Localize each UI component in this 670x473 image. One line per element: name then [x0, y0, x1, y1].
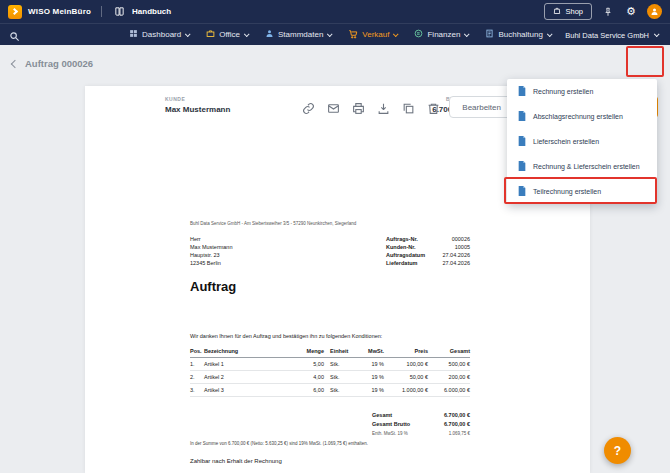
- vat-value: 1.069,75 €: [449, 431, 470, 436]
- intro-text: Wir danken Ihnen für den Auftrag und bes…: [190, 333, 382, 339]
- pin-icon[interactable]: [601, 5, 615, 19]
- download-icon[interactable]: [376, 101, 390, 115]
- page-title: Auftrag 000026: [25, 58, 93, 69]
- meta-value: 27.04.2026: [442, 259, 470, 267]
- chevron-down-icon: [393, 31, 399, 37]
- positions-table: Pos. Bezeichnung Menge Einheit MwSt. Pre…: [190, 345, 470, 397]
- vat-label: Enth. MwSt. 19 %: [372, 431, 408, 436]
- document-preview: Buhl Data Service GmbH - Am Siebertsweih…: [190, 221, 470, 473]
- document-icon: [518, 161, 526, 172]
- gear-icon[interactable]: ⚙: [624, 5, 638, 19]
- shop-label: Shop: [565, 7, 583, 16]
- document-icon: [518, 111, 526, 122]
- nav-item-office[interactable]: Office: [206, 29, 248, 40]
- document-toolbar: [301, 101, 440, 115]
- table-header-row: Pos. Bezeichnung Menge Einheit MwSt. Pre…: [190, 345, 470, 358]
- col-header: Menge: [286, 348, 324, 354]
- menu-item-teilrechnung[interactable]: Teilrechnung erstellen: [507, 179, 657, 204]
- briefcase-icon: [206, 29, 215, 40]
- chevron-down-icon: [327, 31, 333, 37]
- summary-customer: KUNDE Max Mustermann: [165, 96, 230, 114]
- shop-button[interactable]: Shop: [544, 3, 592, 20]
- link-icon[interactable]: [301, 101, 315, 115]
- topbar: WISO MeinBüro Handbuch Shop ⚙: [0, 0, 670, 23]
- menu-item-label: Teilrechnung erstellen: [533, 188, 601, 195]
- address-line: 12345 Berlin: [190, 259, 233, 267]
- chevron-down-icon: [244, 31, 250, 37]
- meta-value: 000026: [452, 235, 470, 243]
- document-icon: [518, 186, 526, 197]
- menu-item-abschlagsrechnung[interactable]: Abschlagsrechnung erstellen: [507, 104, 657, 129]
- copy-icon[interactable]: [401, 101, 415, 115]
- euro-icon: [414, 29, 423, 40]
- meta-label: Auftrags-Nr.: [386, 235, 418, 243]
- cart-icon: [348, 29, 358, 41]
- edit-button[interactable]: Bearbeiten: [449, 96, 514, 118]
- ledger-icon: [485, 29, 494, 40]
- col-header: MwSt.: [350, 348, 384, 354]
- search-icon[interactable]: [9, 28, 20, 46]
- col-header: Bezeichnung: [204, 348, 286, 354]
- nav-item-buchhaltung[interactable]: Buchhaltung: [485, 29, 550, 40]
- nav-item-dashboard[interactable]: Dashboard: [129, 29, 189, 40]
- table-row: 2. Artikel 2 4,00 Stk. 19 % 50,00 € 200,…: [190, 371, 470, 384]
- avatar[interactable]: [647, 4, 662, 19]
- divider: [101, 6, 102, 17]
- help-button[interactable]: ?: [604, 437, 631, 464]
- back-chevron-icon[interactable]: [11, 59, 19, 67]
- topbar-left: WISO MeinBüro Handbuch: [8, 5, 171, 19]
- nav-item-verkauf[interactable]: Verkauf: [348, 29, 397, 41]
- nav-label: Buchhaltung: [498, 30, 542, 39]
- total-label: Gesamt: [372, 411, 392, 420]
- nav-label: Verkauf: [362, 30, 389, 39]
- recipient-address: Herr Max Mustermann Hauptstr. 23 12345 B…: [190, 235, 233, 267]
- dashboard-grid-icon: [129, 29, 138, 40]
- topbar-right: Shop ⚙: [544, 3, 662, 20]
- print-icon[interactable]: [351, 101, 365, 115]
- nav-item-finanzen[interactable]: Finanzen: [414, 29, 468, 40]
- table-row: 1. Artikel 1 5,00 Stk. 19 % 100,00 € 500…: [190, 358, 470, 371]
- col-header: Pos.: [190, 348, 204, 354]
- meta-value: 10005: [455, 243, 470, 251]
- total-value: 6.700,00 €: [444, 420, 470, 429]
- customer-label: KUNDE: [165, 96, 230, 102]
- mail-icon[interactable]: [326, 101, 340, 115]
- meta-label: Auftragsdatum: [386, 251, 425, 259]
- chevron-down-icon: [464, 31, 470, 37]
- company-name: Buhl Data Service GmbH: [565, 31, 649, 40]
- payment-note: Zahlbar nach Erhalt der Rechnung: [190, 458, 282, 464]
- document-icon: [518, 136, 526, 147]
- menu-item-label: Rechnung & Lieferschein erstellen: [533, 163, 640, 170]
- company-selector[interactable]: Buhl Data Service GmbH: [565, 24, 658, 46]
- document-icon: [518, 86, 526, 97]
- total-value: 6.700,00 €: [444, 411, 470, 420]
- menu-item-rechnung-lieferschein[interactable]: Rechnung & Lieferschein erstellen: [507, 154, 657, 179]
- meta-label: Lieferdatum: [386, 259, 417, 267]
- order-meta: Auftrags-Nr.000026 Kunden-Nr.10005 Auftr…: [386, 235, 470, 267]
- meta-value: 27.04.2026: [442, 251, 470, 259]
- table-row: 3. Artikel 3 6,00 Stk. 19 % 1.000,00 € 6…: [190, 384, 470, 397]
- col-header: Gesamt: [428, 348, 470, 354]
- address-line: Max Mustermann: [190, 243, 233, 251]
- col-header: Preis: [384, 348, 428, 354]
- nav-label: Finanzen: [427, 30, 460, 39]
- handbuch-link[interactable]: Handbuch: [132, 7, 171, 16]
- menu-item-lieferschein[interactable]: Lieferschein erstellen: [507, 129, 657, 154]
- meta-label: Kunden-Nr.: [386, 243, 416, 251]
- create-document-dropdown: Rechnung erstellen Abschlagsrechnung ers…: [507, 79, 657, 204]
- nav-label: Stammdaten: [278, 30, 323, 39]
- menu-item-label: Lieferschein erstellen: [533, 138, 599, 145]
- chevron-down-icon: [185, 31, 191, 37]
- nav-item-stammdaten[interactable]: Stammdaten: [265, 29, 331, 40]
- totals-block: Gesamt6.700,00 € Gesamt Brutto6.700,00 €…: [372, 411, 470, 436]
- tax-note: In der Summe von 6.700,00 € (Netto: 5.63…: [190, 441, 368, 446]
- menu-item-rechnung[interactable]: Rechnung erstellen: [507, 79, 657, 104]
- address-line: Hauptstr. 23: [190, 251, 233, 259]
- wiso-logo-icon[interactable]: [8, 5, 22, 19]
- trash-icon[interactable]: [426, 101, 440, 115]
- nav-label: Office: [219, 30, 240, 39]
- address-line: Herr: [190, 235, 233, 243]
- col-header: Einheit: [324, 348, 350, 354]
- chevron-down-icon: [547, 31, 553, 37]
- brand-title: WISO MeinBüro: [28, 7, 91, 16]
